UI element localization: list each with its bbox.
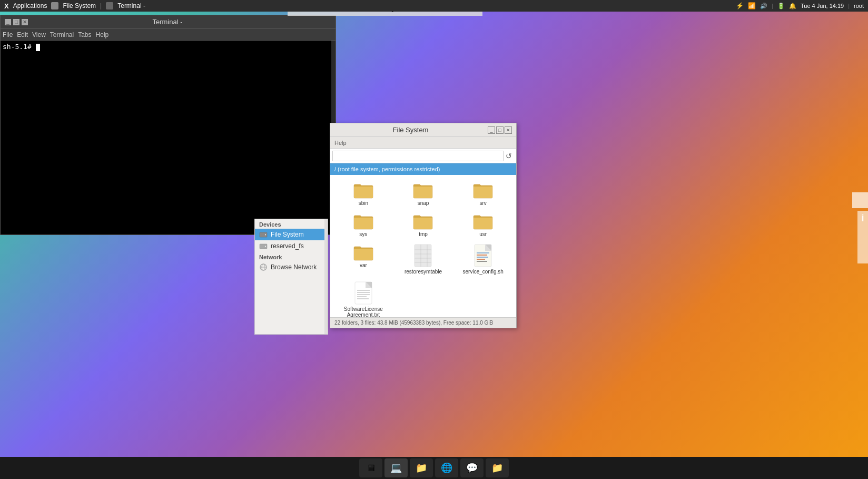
folder-item-snap[interactable]: snap bbox=[394, 179, 452, 208]
file-item-service-config[interactable]: service_config.sh bbox=[454, 241, 512, 277]
folder-icon-sys bbox=[353, 212, 374, 230]
taskbar-item-4[interactable]: 🌐 bbox=[435, 458, 458, 477]
terminal-tab-icon bbox=[106, 2, 113, 9]
sidebar-panel: Devices File System reserved_fs Network … bbox=[254, 219, 328, 335]
taskbar-item-3[interactable]: 📁 bbox=[410, 458, 433, 477]
svg-rect-7 bbox=[415, 245, 431, 267]
file-system-label[interactable]: File System bbox=[63, 2, 96, 9]
fs-toolbar: Help bbox=[330, 137, 516, 149]
sidebar-item-reserved[interactable]: reserved_fs bbox=[255, 240, 328, 252]
fs-path-bar: / (root file system, permissions restric… bbox=[330, 163, 516, 175]
fs-refresh-btn[interactable]: ↺ bbox=[504, 151, 514, 161]
folder-label-srv: srv bbox=[479, 200, 486, 206]
txt-file-icon bbox=[353, 281, 374, 305]
sh-file-icon bbox=[472, 243, 494, 268]
terminal-menu-terminal[interactable]: Terminal bbox=[50, 31, 74, 38]
folder-label-usr: usr bbox=[479, 231, 487, 237]
taskbar-item-2[interactable]: 💻 bbox=[384, 458, 408, 477]
fs-search-input[interactable] bbox=[332, 151, 504, 161]
folder-icon-snap bbox=[412, 181, 433, 199]
system-bar: X Applications File System | Terminal - … bbox=[0, 0, 868, 12]
fs-menu-help[interactable]: Help bbox=[334, 140, 347, 146]
terminal-maximize-btn[interactable]: □ bbox=[13, 19, 19, 25]
fs-maximize-btn[interactable]: □ bbox=[496, 126, 504, 134]
sidebar-item-browse-network[interactable]: Browse Network bbox=[255, 261, 328, 273]
folder-label-sys: sys bbox=[359, 231, 367, 237]
x-label[interactable]: X bbox=[4, 2, 9, 10]
svg-point-3 bbox=[265, 246, 266, 247]
terminal-label[interactable]: Terminal - bbox=[117, 2, 145, 9]
terminal-menu-view[interactable]: View bbox=[32, 31, 46, 38]
fs-status-text: 22 folders, 3 files: 43.8 MiB (45963383 … bbox=[334, 320, 493, 326]
wifi-icon: 📶 bbox=[748, 2, 756, 9]
terminal-window: _ □ ✕ Terminal - File Edit View Terminal… bbox=[0, 15, 336, 235]
fs-close-btn[interactable]: ✕ bbox=[505, 126, 512, 134]
terminal-menu-edit[interactable]: Edit bbox=[17, 31, 28, 38]
svg-point-1 bbox=[265, 234, 266, 236]
sidebar-item-filesystem[interactable]: File System bbox=[255, 229, 328, 240]
desktop: X Applications File System | Terminal - … bbox=[0, 0, 868, 479]
network-icon bbox=[259, 263, 268, 271]
folder-icon-srv bbox=[472, 181, 494, 199]
devices-section-label: Devices bbox=[255, 219, 328, 229]
folder-item-srv[interactable]: srv bbox=[454, 179, 512, 208]
fs-search-bar: ↺ bbox=[330, 149, 516, 163]
user-label: root bbox=[854, 3, 864, 9]
folder-item-sys[interactable]: sys bbox=[334, 210, 392, 239]
separator3: | bbox=[848, 3, 850, 9]
taskbar-item-1[interactable]: 🖥 bbox=[359, 458, 382, 477]
terminal-menu-file[interactable]: File bbox=[3, 31, 13, 38]
sidebar-reserved-label: reserved_fs bbox=[271, 242, 304, 250]
terminal-prompt: sh-5.1# bbox=[3, 43, 333, 51]
apps-label[interactable]: Applications bbox=[13, 2, 47, 9]
bluetooth-icon: ⚡ bbox=[736, 2, 744, 9]
folder-icon-usr bbox=[472, 212, 494, 230]
volume-icon: 🔊 bbox=[760, 3, 767, 9]
notification-icon: 🔔 bbox=[789, 3, 796, 9]
fs-title: File System bbox=[334, 126, 487, 134]
folder-item-usr[interactable]: usr bbox=[454, 210, 512, 239]
folder-item-sbin[interactable]: sbin bbox=[334, 179, 392, 208]
sidebar-fs-label: File System bbox=[271, 231, 304, 238]
terminal-menu-tabs[interactable]: Tabs bbox=[78, 31, 91, 38]
datetime: Tue 4 Jun, 14:19 bbox=[801, 3, 844, 9]
terminal-close-btn[interactable]: ✕ bbox=[22, 19, 28, 25]
file-item-license[interactable]: SoftwareLicenseAgreement.txt bbox=[334, 279, 392, 317]
deco-square bbox=[852, 192, 868, 208]
fs-titlebar: File System _ □ ✕ bbox=[330, 123, 516, 137]
taskbar: 🖥 💻 📁 🌐 💬 📁 bbox=[0, 457, 868, 479]
folder-icon-tmp bbox=[412, 212, 433, 230]
app-icon-fs bbox=[51, 2, 58, 9]
terminal-window-controls: _ □ ✕ bbox=[5, 19, 28, 25]
taskbar-item-5[interactable]: 💬 bbox=[460, 458, 484, 477]
fs-path-text: / (root file system, permissions restric… bbox=[334, 166, 440, 172]
terminal-menu-help[interactable]: Help bbox=[96, 31, 109, 38]
terminal-content[interactable]: sh-5.1# bbox=[1, 41, 336, 234]
sidebar-scrollbar[interactable] bbox=[324, 219, 328, 334]
separator2: | bbox=[772, 3, 773, 9]
fs-content[interactable]: sbin snap srv bbox=[330, 175, 516, 317]
terminal-menubar: File Edit View Terminal Tabs Help bbox=[1, 29, 336, 41]
deco-i: i bbox=[857, 211, 868, 263]
fs-statusbar: 22 folders, 3 files: 43.8 MiB (45963383 … bbox=[330, 317, 516, 328]
folder-icon-var bbox=[353, 243, 374, 261]
folder-item-var[interactable]: var bbox=[334, 241, 392, 277]
network-section-label: Network bbox=[255, 252, 328, 261]
terminal-title: Terminal - bbox=[28, 18, 307, 26]
folder-icon-sbin bbox=[353, 181, 374, 199]
terminal-cursor bbox=[36, 44, 40, 51]
grid-file-icon bbox=[412, 243, 433, 268]
file-label-restoresymtable: restoresymtable bbox=[405, 269, 442, 275]
folder-label-var: var bbox=[360, 262, 367, 268]
fs-minimize-btn[interactable]: _ bbox=[488, 126, 495, 134]
fs-window: File System _ □ ✕ Help ↺ / (root file sy… bbox=[330, 123, 517, 328]
folder-item-tmp[interactable]: tmp bbox=[394, 210, 452, 239]
drive-icon-fs bbox=[259, 230, 268, 239]
file-item-restoresymtable[interactable]: restoresymtable bbox=[394, 241, 452, 277]
system-bar-left: X Applications File System | Terminal - bbox=[4, 2, 145, 10]
battery-icon: 🔋 bbox=[777, 3, 785, 9]
taskbar-item-6[interactable]: 📁 bbox=[486, 458, 509, 477]
drive-icon-reserved bbox=[259, 242, 268, 250]
terminal-minimize-btn[interactable]: _ bbox=[5, 19, 11, 25]
system-bar-right: ⚡ 📶 🔊 | 🔋 🔔 Tue 4 Jun, 14:19 | root bbox=[736, 2, 864, 9]
